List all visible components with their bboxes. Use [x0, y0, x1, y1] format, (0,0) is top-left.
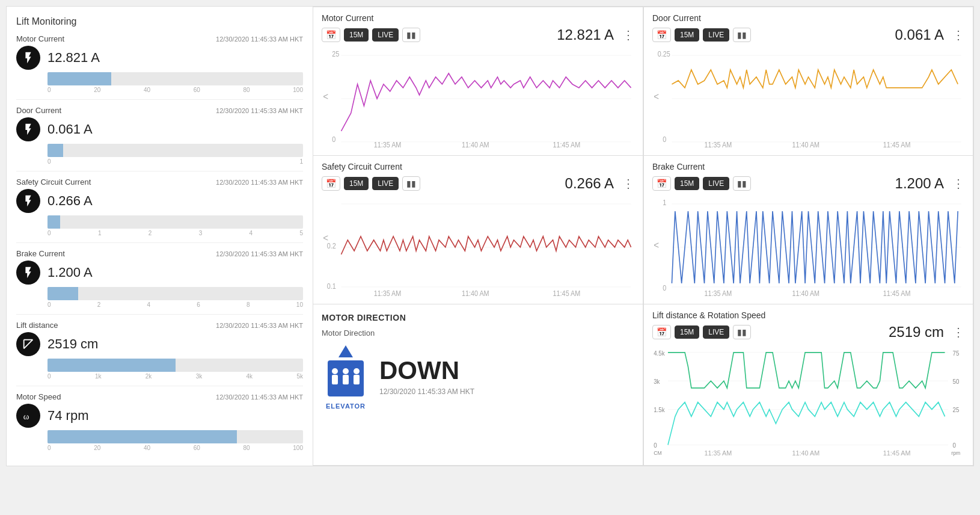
pause-btn-door-current[interactable]: ▮▮ — [733, 28, 751, 42]
metric-icon-motor-speed: ω — [16, 404, 40, 428]
svg-text:1: 1 — [663, 199, 666, 207]
live-btn-lift-distance[interactable]: LIVE — [703, 325, 729, 339]
svg-text:1.5k: 1.5k — [654, 407, 665, 413]
chart-value-brake-current: 1.200 A — [895, 175, 944, 192]
chart-area-brake-current: 1 0 < 11:35 AM 11:40 AM 11:45 AM — [652, 197, 964, 298]
svg-text:<: < — [323, 233, 328, 244]
svg-text:0.25: 0.25 — [658, 51, 670, 58]
svg-rect-45 — [343, 375, 349, 384]
svg-text:11:45 AM: 11:45 AM — [553, 141, 581, 149]
svg-text:4.5k: 4.5k — [654, 350, 665, 356]
calendar-btn-brake-current[interactable]: 📅 — [652, 176, 671, 191]
svg-point-46 — [354, 368, 360, 374]
motor-direction-panel: MOTOR DIRECTION Motor Direction — [313, 304, 643, 466]
metric-label-motor-speed: Motor Speed — [16, 392, 61, 401]
live-btn-door-current[interactable]: LIVE — [703, 28, 729, 42]
svg-text:11:45 AM: 11:45 AM — [553, 290, 581, 298]
15m-btn-brake-current[interactable]: 15M — [675, 177, 699, 190]
metric-timestamp-motor-current: 12/30/2020 11:45:33 AM HKT — [216, 35, 303, 43]
svg-text:11:45 AM: 11:45 AM — [883, 290, 911, 298]
svg-text:3k: 3k — [654, 378, 660, 384]
metric-value-brake-current: 1.200 A — [47, 265, 93, 280]
metric-value-safety-circuit: 0.266 A — [47, 193, 93, 209]
direction-value: DOWN — [379, 356, 474, 385]
more-btn-door-current[interactable]: ⋮ — [952, 28, 964, 42]
metric-label-safety-circuit: Safety Circuit Current — [16, 177, 91, 187]
15m-btn-door-current[interactable]: 15M — [675, 28, 699, 42]
chart-title-safety-circuit: Safety Circuit Current — [322, 162, 634, 171]
pause-btn-lift-distance[interactable]: ▮▮ — [733, 325, 751, 339]
metric-row-motor-speed: Motor Speed 12/30/2020 11:45:33 AM HKT ω… — [16, 392, 303, 451]
svg-text:<: < — [323, 91, 328, 102]
chart-area-door-current: 0.25 0 < 11:35 AM 11:40 AM 11:45 AM — [652, 48, 964, 149]
chart-toolbar-lift-distance: 📅 15M LIVE ▮▮ 2519 cm ⋮ — [652, 324, 964, 341]
chart-area-lift-distance: 4.5k 3k 1.5k 0 CM 75 50 25 0 rpm — [652, 345, 964, 459]
pause-btn-brake-current[interactable]: ▮▮ — [733, 176, 751, 191]
calendar-btn-lift-distance[interactable]: 📅 — [652, 325, 671, 339]
live-btn-safety-circuit[interactable]: LIVE — [372, 177, 399, 190]
direction-timestamp: 12/30/2020 11:45:33 AM HKT — [379, 387, 474, 396]
svg-text:0: 0 — [953, 442, 957, 449]
svg-rect-43 — [332, 375, 338, 384]
calendar-btn-safety-circuit[interactable]: 📅 — [322, 176, 340, 191]
more-btn-brake-current[interactable]: ⋮ — [952, 176, 964, 191]
svg-text:11:40 AM: 11:40 AM — [792, 141, 819, 149]
metric-label-motor-current: Motor Current — [16, 34, 64, 43]
15m-btn-lift-distance[interactable]: 15M — [675, 325, 699, 339]
dashboard: Lift Monitoring Motor Current 12/30/2020… — [6, 6, 974, 466]
svg-text:11:35 AM: 11:35 AM — [374, 290, 402, 298]
more-btn-lift-distance[interactable]: ⋮ — [952, 325, 964, 339]
svg-text:25: 25 — [953, 407, 960, 413]
chart-value-lift-distance: 2519 cm — [889, 324, 944, 341]
metric-timestamp-brake-current: 12/30/2020 11:45:33 AM HKT — [216, 250, 303, 258]
metric-row-safety-circuit: Safety Circuit Current 12/30/2020 11:45:… — [16, 177, 303, 236]
chart-area-motor-current: 25 0 < 11:35 AM 11:40 AM 11:45 AM — [322, 48, 634, 149]
pause-btn-motor-current[interactable]: ▮▮ — [402, 28, 420, 42]
svg-text:11:45 AM: 11:45 AM — [883, 141, 911, 149]
elevator-icon-container: ELEVATOR — [322, 342, 370, 410]
chart-title-motor-current: Motor Current — [322, 13, 634, 23]
svg-text:11:40 AM: 11:40 AM — [792, 449, 819, 457]
elevator-svg — [322, 342, 370, 402]
svg-text:25: 25 — [332, 51, 339, 58]
left-panel-title: Lift Monitoring — [16, 16, 303, 27]
metric-icon-brake-current — [16, 261, 40, 285]
15m-btn-safety-circuit[interactable]: 15M — [344, 177, 369, 190]
svg-text:50: 50 — [953, 378, 960, 384]
metric-row-door-current: Door Current 12/30/2020 11:45:33 AM HKT … — [16, 106, 303, 165]
metric-row-lift-distance: Lift distance 12/30/2020 11:45:33 AM HKT… — [16, 321, 303, 380]
pause-btn-safety-circuit[interactable]: ▮▮ — [402, 176, 420, 191]
motor-direction-info: DOWN 12/30/2020 11:45:33 AM HKT — [379, 356, 474, 396]
svg-rect-47 — [354, 375, 360, 384]
metric-value-lift-distance: 2519 cm — [47, 336, 98, 352]
metric-row-motor-current: Motor Current 12/30/2020 11:45:33 AM HKT… — [16, 34, 303, 93]
live-btn-motor-current[interactable]: LIVE — [372, 28, 399, 42]
metric-icon-safety-circuit — [16, 189, 40, 213]
chart-toolbar-safety-circuit: 📅 15M LIVE ▮▮ 0.266 A ⋮ — [322, 175, 634, 192]
metric-icon-motor-current — [16, 46, 40, 70]
svg-text:CM: CM — [654, 450, 661, 456]
chart-area-safety-circuit: 0.2 0.1 < 11:35 AM 11:40 AM 11:45 AM — [322, 197, 634, 298]
chart-title-brake-current: Brake Current — [652, 162, 964, 171]
more-btn-safety-circuit[interactable]: ⋮ — [622, 176, 634, 191]
metric-timestamp-door-current: 12/30/2020 11:45:33 AM HKT — [216, 107, 303, 114]
more-btn-motor-current[interactable]: ⋮ — [622, 28, 634, 42]
live-btn-brake-current[interactable]: LIVE — [703, 177, 729, 190]
svg-text:11:35 AM: 11:35 AM — [374, 141, 402, 149]
calendar-btn-motor-current[interactable]: 📅 — [322, 28, 340, 42]
svg-text:75: 75 — [953, 350, 960, 356]
metric-timestamp-lift-distance: 12/30/2020 11:45:33 AM HKT — [216, 322, 303, 329]
motor-direction-label: Motor Direction — [322, 328, 634, 338]
chart-panel-safety-circuit: Safety Circuit Current 📅 15M LIVE ▮▮ 0.2… — [313, 156, 643, 304]
svg-text:0.2: 0.2 — [327, 242, 336, 250]
chart-value-motor-current: 12.821 A — [557, 26, 614, 43]
svg-text:11:35 AM: 11:35 AM — [705, 290, 732, 298]
chart-toolbar-brake-current: 📅 15M LIVE ▮▮ 1.200 A ⋮ — [652, 175, 964, 192]
calendar-btn-door-current[interactable]: 📅 — [652, 28, 671, 42]
svg-text:<: < — [654, 240, 659, 251]
15m-btn-motor-current[interactable]: 15M — [344, 28, 369, 42]
chart-panel-motor-current: Motor Current 📅 15M LIVE ▮▮ 12.821 A ⋮ 2… — [313, 7, 643, 156]
metric-value-motor-speed: 74 rpm — [47, 408, 88, 424]
chart-panel-door-current: Door Current 📅 15M LIVE ▮▮ 0.061 A ⋮ 0.2… — [643, 7, 973, 156]
chart-panel-lift-distance: Lift distance & Rotation Speed 📅 15M LIV… — [643, 304, 973, 466]
